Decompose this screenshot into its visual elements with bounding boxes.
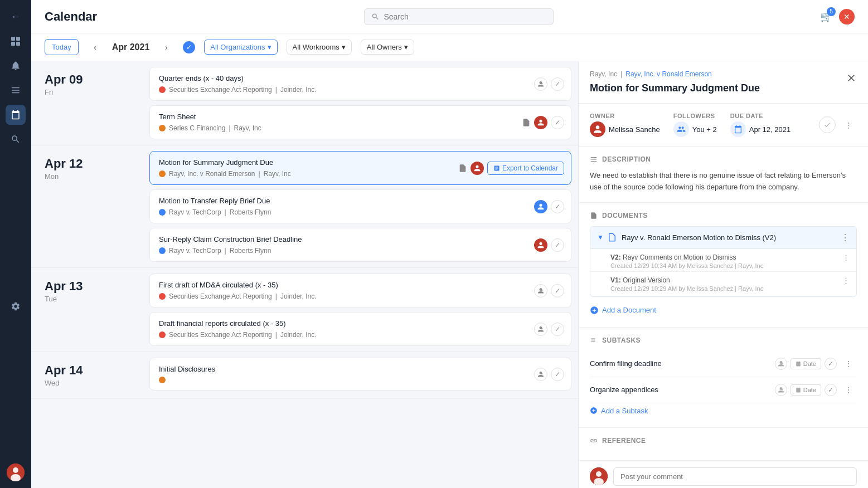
comment-input[interactable] (613, 467, 857, 486)
subtask-add-owner-button[interactable] (775, 384, 787, 396)
svg-point-11 (596, 471, 602, 477)
panel-meta-actions: ⋮ (819, 113, 857, 137)
event-term-sheet[interactable]: Term Sheet Series C Financing | Rayv, In… (149, 105, 571, 139)
svg-rect-6 (12, 92, 20, 94)
doc-expand-icon[interactable]: ▼ (597, 233, 604, 241)
export-icon (493, 165, 500, 172)
panel-close-button[interactable] (846, 72, 857, 85)
search-nav[interactable] (6, 129, 26, 149)
complete-button[interactable]: ✓ (551, 368, 564, 381)
event-dot-red (159, 86, 166, 93)
workrooms-filter[interactable]: All Workrooms ▾ (287, 40, 352, 55)
cart-badge: 5 (827, 7, 836, 16)
panel-header: Rayv, Inc | Rayv, Inc. v Ronald Emerson … (579, 61, 868, 104)
event-meta: Rayv v. TechCorp | Roberts Flynn (159, 208, 562, 216)
event-actions: ✓ (534, 284, 564, 297)
event-matter: Rayv v. TechCorp (169, 208, 221, 216)
date-label-apr12: Apr 12 Mon (31, 145, 143, 267)
event-draft-financial-reports[interactable]: Draft financial reports circulated (x - … (149, 312, 571, 346)
followers-value: You + 2 (673, 121, 717, 137)
description-icon (590, 155, 598, 163)
calendar-toolbar: Today ‹ Apr 2021 › ✓ All Organizations ▾… (31, 33, 868, 61)
date-day: Wed (45, 379, 129, 387)
event-title: Sur-Reply Claim Construction Brief Deadl… (159, 235, 562, 243)
event-title: Draft financial reports circulated (x - … (159, 319, 562, 328)
next-month-button[interactable]: › (158, 40, 174, 55)
workrooms-label: All Workrooms (293, 43, 340, 51)
subtasks-title: SUBTASKS (590, 336, 857, 344)
subtask-complete-button[interactable]: ✓ (825, 358, 837, 370)
prev-month-button[interactable]: ‹ (88, 40, 103, 55)
subtask-more-button[interactable]: ⋮ (840, 382, 857, 398)
owner-meta: OWNER Melissa Sanche (590, 113, 660, 137)
organizations-filter[interactable]: All Organizations ▾ (204, 40, 277, 55)
calendar-nav[interactable] (6, 105, 26, 125)
add-owner-button[interactable] (534, 368, 547, 381)
add-subtask-icon (590, 407, 598, 414)
event-actions: ✓ (534, 238, 564, 252)
date-label-apr13: Apr 13 Tue (31, 268, 143, 352)
event-initial-disclosures[interactable]: Initial Disclosures ✓ (149, 358, 571, 391)
event-motion-transfer[interactable]: Motion to Transfer Reply Brief Due Rayv … (149, 189, 571, 223)
settings-nav[interactable] (6, 296, 26, 316)
add-owner-button[interactable] (534, 323, 547, 336)
back-nav[interactable]: ← (6, 7, 26, 27)
subtask-date-button[interactable]: Date (791, 384, 821, 396)
add-document-button[interactable]: Add a Document (590, 302, 857, 318)
subtask-add-owner-button[interactable] (775, 358, 787, 370)
grid-nav[interactable] (6, 31, 26, 51)
document-more-button[interactable]: ⋮ (841, 232, 850, 243)
close-header-button[interactable]: ✕ (839, 9, 855, 25)
subtask-complete-button[interactable]: ✓ (825, 384, 837, 396)
event-first-draft-mda[interactable]: First draft of MD&A circulated (x - 35) … (149, 274, 571, 308)
complete-button[interactable]: ✓ (551, 284, 564, 297)
version-v2-meta: Created 12/29 10:34 AM by Melissa Sanche… (610, 262, 763, 269)
date-number: Apr 14 (45, 363, 129, 378)
today-button[interactable]: Today (45, 39, 79, 55)
doc-icon (522, 118, 531, 127)
list-nav[interactable] (6, 80, 26, 100)
event-sur-reply[interactable]: Sur-Reply Claim Construction Brief Deadl… (149, 228, 571, 262)
add-owner-button[interactable] (534, 284, 547, 297)
complete-button[interactable]: ✓ (551, 77, 564, 91)
subtask-name: Organize appendices (590, 385, 658, 394)
user-avatar-sidebar[interactable] (7, 463, 25, 481)
date-icon (796, 387, 801, 393)
date-btn-label: Date (803, 387, 816, 393)
breadcrumb-case-link[interactable]: Rayv, Inc. v Ronald Emerson (625, 70, 712, 78)
complete-button[interactable]: ✓ (551, 238, 564, 252)
panel-title: Motion for Summary Judgment Due (590, 82, 760, 94)
date-day: Mon (45, 172, 129, 180)
add-owner-button[interactable] (534, 77, 547, 91)
complete-button[interactable]: ✓ (551, 323, 564, 336)
page-title: Calendar (45, 9, 97, 24)
version-v2: V2: Rayv Comments on Motion to Dismiss C… (590, 249, 856, 272)
cart-button[interactable]: 🛒 5 (820, 11, 832, 23)
subtask-date-button[interactable]: Date (791, 358, 821, 369)
add-subtask-button[interactable]: Add a Subtask (590, 403, 857, 418)
complete-task-button[interactable] (819, 116, 836, 133)
subtask-actions: Date ✓ ⋮ (775, 382, 857, 398)
event-motion-summary[interactable]: Motion for Summary Judgment Due Rayv, In… (149, 151, 571, 185)
app-header: Calendar 🛒 5 ✕ (31, 0, 868, 33)
complete-button[interactable]: ✓ (551, 200, 564, 213)
complete-button[interactable]: ✓ (551, 116, 564, 129)
bell-nav[interactable] (6, 56, 26, 76)
owners-filter[interactable]: All Owners ▾ (361, 40, 414, 55)
subtask-more-button[interactable]: ⋮ (840, 355, 857, 372)
date-day: Fri (45, 88, 129, 96)
export-calendar-button[interactable]: Export to Calendar (487, 162, 564, 175)
version-v2-more-button[interactable]: ⋮ (842, 253, 850, 262)
search-box[interactable] (364, 8, 554, 25)
documents-title: DOCUMENTS (590, 212, 857, 219)
main-content: Calendar 🛒 5 ✕ Today ‹ Apr 2021 › ✓ All … (31, 0, 868, 488)
doc-icon (458, 164, 467, 173)
search-input[interactable] (384, 12, 546, 21)
version-v1-more-button[interactable]: ⋮ (842, 276, 850, 285)
org-filter-chevron: ▾ (268, 43, 271, 51)
more-options-button[interactable]: ⋮ (840, 116, 857, 133)
event-dot-orange (159, 170, 166, 177)
event-actions: ✓ (534, 200, 564, 213)
event-quarter-ends[interactable]: Quarter ends (x - 40 days) Securities Ex… (149, 67, 571, 101)
owner-avatar (590, 121, 605, 137)
